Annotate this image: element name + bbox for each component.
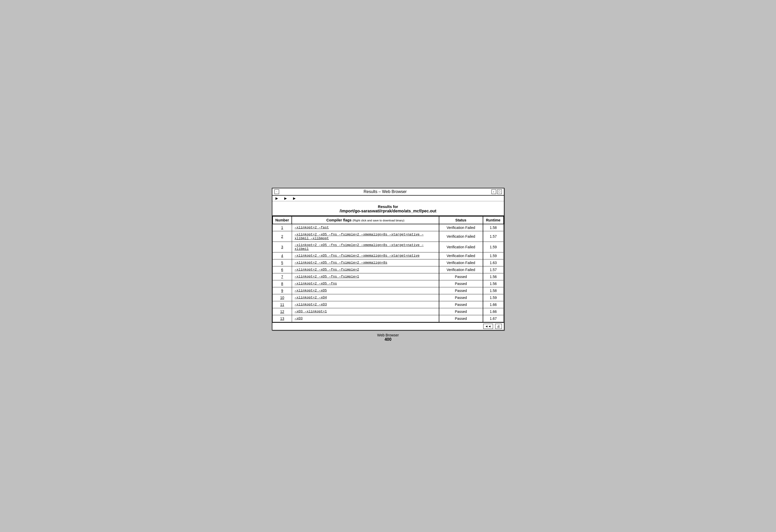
cell-status: Passed xyxy=(439,308,483,315)
row-link-3[interactable]: 3 xyxy=(281,245,283,249)
cell-number: 5 xyxy=(272,259,292,266)
row-link-7[interactable]: 7 xyxy=(281,275,283,279)
table-row: 7–xlinkopt=2 –xO5 –fns –fsimple=1Passed1… xyxy=(272,273,504,280)
scroll-left-button[interactable]: ◄◄ xyxy=(483,324,493,329)
table-row: 6–xlinkopt=2 –xO5 –fns –fsimple=2Verific… xyxy=(272,266,504,273)
table-row: 8–xlinkopt=2 –xO5 –fnsPassed1.56 xyxy=(272,280,504,287)
cell-status: Verification Failed xyxy=(439,252,483,259)
cell-runtime: 1.58 xyxy=(483,287,504,294)
results-table: Number Compiler flags (Right click and s… xyxy=(272,216,504,322)
row-link-12[interactable]: 12 xyxy=(280,310,284,314)
restore-button[interactable]: r xyxy=(492,189,496,194)
row-link-10[interactable]: 10 xyxy=(280,296,284,300)
row-link-11[interactable]: 11 xyxy=(280,303,284,307)
cell-flags: –xO3 xyxy=(292,315,439,322)
header-status: Status xyxy=(439,216,483,224)
cell-status: Verification Failed xyxy=(439,231,483,241)
cell-number: 6 xyxy=(272,266,292,273)
cell-runtime: 1.66 xyxy=(483,308,504,315)
cell-runtime: 1.57 xyxy=(483,266,504,273)
cell-status: Verification Failed xyxy=(439,259,483,266)
window-controls: r ☐ xyxy=(492,189,502,194)
page-header: Results for /import/go-saraswati/rprak/d… xyxy=(272,201,504,216)
row-link-6[interactable]: 6 xyxy=(281,268,283,272)
cell-number: 13 xyxy=(272,315,292,322)
row-link-13[interactable]: 13 xyxy=(280,317,284,321)
table-row: 12–xO3 –xlinkopt=1Passed1.66 xyxy=(272,308,504,315)
cell-runtime: 1.67 xyxy=(483,315,504,322)
cell-runtime: 1.58 xyxy=(483,224,504,231)
table-row: 3–xlinkopt=2 –xO5 –fns –fsimple=2 –xmema… xyxy=(272,241,504,252)
table-row: 9–xlinkopt=2 –xO5Passed1.58 xyxy=(272,287,504,294)
cell-number: 8 xyxy=(272,280,292,287)
table-row: 1–xlinkopt=2 –fastVerification Failed1.5… xyxy=(272,224,504,231)
footer-label: Web Browser xyxy=(377,333,399,337)
cell-runtime: 1.56 xyxy=(483,280,504,287)
cell-flags: –xlinkopt=2 –xO3 xyxy=(292,301,439,308)
row-link-1[interactable]: 1 xyxy=(281,225,283,230)
row-link-4[interactable]: 4 xyxy=(281,254,283,258)
cell-flags: –xlinkopt=2 –xO5 –fns –fsimple=2 –xmemal… xyxy=(292,259,439,266)
cell-runtime: 1.56 xyxy=(483,273,504,280)
cell-status: Verification Failed xyxy=(439,241,483,252)
cell-number: 2 xyxy=(272,231,292,241)
cell-status: Passed xyxy=(439,294,483,301)
cell-number: 1 xyxy=(272,224,292,231)
minimize-button[interactable]: − xyxy=(274,189,279,194)
menu-bar: ▶ ▶ ▶ xyxy=(272,196,504,201)
title-bar: − Results – Web Browser r ☐ xyxy=(272,188,504,196)
cell-runtime: 1.59 xyxy=(483,294,504,301)
content-area: Results for /import/go-saraswati/rprak/d… xyxy=(272,201,504,330)
results-table-wrapper: Number Compiler flags (Right click and s… xyxy=(272,216,504,322)
cell-flags: –xlinkopt=2 –xO5 –fns –fsimple=1 xyxy=(292,273,439,280)
cell-flags: –xlinkopt=2 –xO5 –fns –fsimple=2 –xmemal… xyxy=(292,231,439,241)
header-runtime: Runtime xyxy=(483,216,504,224)
cell-status: Passed xyxy=(439,287,483,294)
results-path: /import/go-saraswati/rprak/demo/ats_mcf/… xyxy=(274,209,502,213)
cell-flags: –xO3 –xlinkopt=1 xyxy=(292,308,439,315)
footer: Web Browser 400 xyxy=(375,331,402,344)
cell-flags: –xlinkopt=2 –xO5 –fns –fsimple=2 –xmemal… xyxy=(292,241,439,252)
menu-item-3[interactable]: ▶ xyxy=(292,196,297,200)
table-row: 5–xlinkopt=2 –xO5 –fns –fsimple=2 –xmema… xyxy=(272,259,504,266)
menu-item-1[interactable]: ▶ xyxy=(274,196,279,200)
cell-number: 10 xyxy=(272,294,292,301)
row-link-2[interactable]: 2 xyxy=(281,234,283,238)
row-link-8[interactable]: 8 xyxy=(281,282,283,286)
flags-note: (Right click and save to download binary… xyxy=(353,219,404,222)
table-row: 2–xlinkopt=2 –xO5 –fns –fsimple=2 –xmema… xyxy=(272,231,504,241)
cell-flags: –xlinkopt=2 –xO5 –fns xyxy=(292,280,439,287)
cell-number: 9 xyxy=(272,287,292,294)
cell-runtime: 1.59 xyxy=(483,241,504,252)
cell-status: Passed xyxy=(439,315,483,322)
table-row: 4–xlinkopt=2 –xO5 –fns –fsimple=2 –xmema… xyxy=(272,252,504,259)
cell-number: 3 xyxy=(272,241,292,252)
browser-window: − Results – Web Browser r ☐ ▶ ▶ ▶ Result… xyxy=(272,188,505,331)
header-flags: Compiler flags (Right click and save to … xyxy=(292,216,439,224)
cell-runtime: 1.59 xyxy=(483,252,504,259)
footer-number: 400 xyxy=(377,337,399,342)
cell-status: Verification Failed xyxy=(439,266,483,273)
window-title: Results – Web Browser xyxy=(279,189,492,194)
table-row: 13–xO3Passed1.67 xyxy=(272,315,504,322)
cell-runtime: 1.57 xyxy=(483,231,504,241)
header-number: Number xyxy=(272,216,292,224)
table-row: 10–xlinkopt=2 –xO4Passed1.59 xyxy=(272,294,504,301)
cell-flags: –xlinkopt=2 –xO5 –fns –fsimple=2 –xmemal… xyxy=(292,252,439,259)
row-link-5[interactable]: 5 xyxy=(281,261,283,265)
cell-number: 11 xyxy=(272,301,292,308)
table-row: 11–xlinkopt=2 –xO3Passed1.66 xyxy=(272,301,504,308)
cell-status: Verification Failed xyxy=(439,224,483,231)
cell-status: Passed xyxy=(439,280,483,287)
cell-status: Passed xyxy=(439,273,483,280)
cell-number: 7 xyxy=(272,273,292,280)
row-link-9[interactable]: 9 xyxy=(281,289,283,293)
status-bar: ◄◄ 🖨 xyxy=(272,322,504,330)
cell-number: 4 xyxy=(272,252,292,259)
close-button[interactable]: ☐ xyxy=(497,189,502,194)
menu-item-2[interactable]: ▶ xyxy=(283,196,288,200)
cell-number: 12 xyxy=(272,308,292,315)
cell-flags: –xlinkopt=2 –xO4 xyxy=(292,294,439,301)
results-title: Results for xyxy=(274,204,502,209)
scroll-icon-button[interactable]: 🖨 xyxy=(495,324,502,329)
